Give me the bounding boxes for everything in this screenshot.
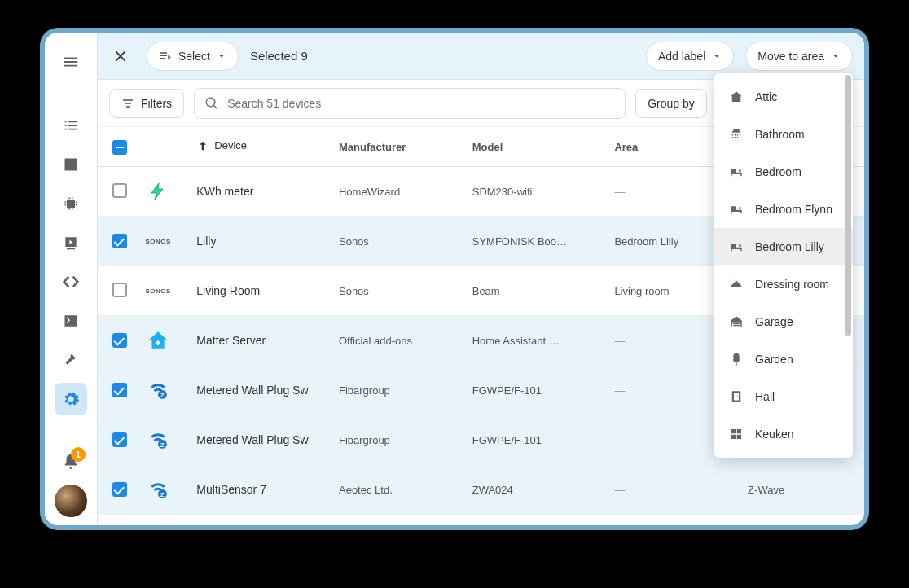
selected-count: Selected 9 — [250, 49, 308, 63]
cell-device: Living Room — [188, 266, 331, 316]
cell-device: KWh meter — [188, 167, 331, 217]
cell-device: MultiSensor 7 — [188, 465, 331, 515]
sidebar-item-media[interactable] — [55, 226, 87, 259]
cell-manufacturer: HomeWizard — [331, 167, 464, 217]
sidebar-item-list[interactable] — [55, 109, 87, 142]
row-checkbox[interactable] — [112, 482, 127, 497]
area-option[interactable]: Hall — [714, 378, 853, 415]
hammer-icon — [63, 352, 79, 368]
cell-device: Metered Wall Plug Sw — [188, 366, 331, 415]
hanger-icon — [729, 277, 744, 292]
tree-icon — [729, 352, 744, 366]
search-input[interactable] — [227, 97, 615, 110]
cell-device: Matter Server — [188, 316, 331, 366]
add-label-text: Add label — [658, 50, 705, 63]
close-icon — [112, 48, 129, 64]
row-checkbox[interactable] — [112, 183, 127, 198]
device-icon: Z — [147, 428, 169, 451]
terminal-icon — [63, 313, 79, 329]
move-to-area-button[interactable]: Move to area — [745, 42, 853, 71]
cell-model: FGWPE/F-101 — [464, 366, 607, 415]
cell-manufacturer: Fibargroup — [331, 366, 464, 415]
bed-icon — [729, 165, 744, 179]
chevron-down-icon — [712, 51, 722, 61]
area-option[interactable]: Garden — [714, 340, 853, 378]
filters-label: Filters — [141, 97, 172, 110]
row-checkbox[interactable] — [112, 383, 127, 397]
row-checkbox[interactable] — [112, 283, 127, 297]
area-label: Bedroom Lilly — [755, 240, 824, 253]
filter-icon — [121, 97, 134, 110]
chart-icon — [63, 156, 79, 173]
garage-icon — [729, 314, 744, 329]
sidebar-item-chart[interactable] — [55, 148, 87, 181]
sidebar-item-chip[interactable] — [55, 187, 87, 220]
move-label: Move to area — [758, 50, 824, 63]
hamburger-icon — [62, 53, 80, 71]
area-option[interactable]: Attic — [714, 78, 853, 116]
device-icon: Z — [147, 478, 169, 501]
area-option[interactable]: Keuken — [714, 415, 853, 453]
play-box-icon — [63, 235, 79, 251]
select-all-checkbox[interactable] — [112, 140, 127, 155]
grid-icon — [729, 427, 744, 441]
app-window: 1 Select Selected 9 Add label Move to ar… — [45, 33, 864, 525]
area-dropdown: AtticBathroomBedroomBedroom FlynnBedroom… — [714, 73, 853, 458]
search-box[interactable] — [194, 88, 626, 119]
cell-manufacturer: Official add-ons — [331, 316, 464, 366]
svg-text:Z: Z — [160, 392, 165, 399]
area-option[interactable]: Bathroom — [714, 116, 853, 153]
bed-icon — [729, 239, 744, 254]
device-icon — [147, 180, 169, 203]
filters-button[interactable]: Filters — [109, 89, 184, 118]
area-option[interactable]: Garage — [714, 303, 853, 340]
sidebar-item-tools[interactable] — [55, 344, 87, 376]
bed-icon — [729, 202, 744, 217]
chevron-down-icon — [217, 51, 226, 61]
shower-icon — [729, 127, 744, 142]
select-mode-button[interactable]: Select — [147, 42, 239, 71]
col-manufacturer[interactable]: Manufacturer — [331, 127, 464, 167]
main: Select Selected 9 Add label Move to area… — [98, 33, 864, 525]
sort-device[interactable]: Device — [196, 139, 247, 152]
area-option[interactable]: Dressing room — [714, 265, 853, 303]
arrow-up-icon — [196, 139, 209, 152]
cell-model: Beam — [464, 266, 607, 316]
sidebar-item-code[interactable] — [55, 265, 87, 298]
area-option[interactable]: Bedroom Lilly — [714, 228, 853, 265]
cell-manufacturer: Aeotec Ltd. — [331, 465, 464, 515]
code-icon — [62, 273, 80, 291]
area-option[interactable]: Bedroom — [714, 153, 853, 191]
add-label-button[interactable]: Add label — [646, 42, 734, 71]
notifications-button[interactable]: 1 — [55, 445, 87, 478]
cell-model: Home Assistant … — [464, 316, 607, 366]
table-row[interactable]: ZMultiSensor 7Aeotec Ltd.ZWA024—Z-Wave — [98, 465, 864, 515]
avatar[interactable] — [55, 485, 87, 517]
sidebar-item-settings[interactable] — [55, 383, 87, 415]
menu-toggle[interactable] — [55, 46, 87, 78]
group-by-button[interactable]: Group by — [635, 89, 707, 118]
cell-device: Metered Wall Plug Sw — [188, 415, 331, 465]
cell-model: SDM230-wifi — [464, 167, 607, 217]
scrollbar-thumb[interactable] — [845, 75, 851, 336]
close-selection-button[interactable] — [106, 42, 135, 71]
row-checkbox[interactable] — [112, 234, 127, 248]
device-icon: SONOS — [147, 230, 169, 252]
door-icon — [729, 389, 744, 404]
cell-model: SYMFONISK Boo… — [464, 217, 607, 266]
svg-text:Z: Z — [160, 441, 165, 449]
row-checkbox[interactable] — [112, 432, 127, 447]
cell-area: — — [606, 465, 740, 515]
chip-icon — [63, 195, 79, 212]
col-model[interactable]: Model — [464, 127, 607, 167]
area-label: Bedroom — [755, 165, 801, 178]
area-option[interactable]: Bedroom Flynn — [714, 191, 853, 228]
row-checkbox[interactable] — [112, 333, 127, 348]
notification-badge: 1 — [71, 447, 86, 462]
group-label: Group by — [648, 97, 695, 110]
sidebar-item-terminal[interactable] — [55, 305, 87, 337]
device-icon — [147, 329, 169, 352]
list-icon — [62, 116, 80, 134]
cell-manufacturer: Sonos — [331, 217, 464, 266]
gear-icon — [62, 390, 80, 408]
